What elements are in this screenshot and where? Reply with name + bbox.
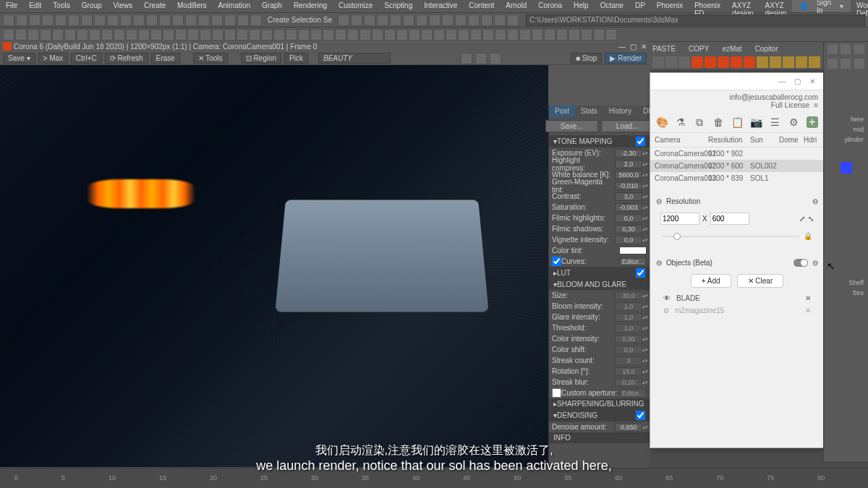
denoise-toggle[interactable]	[636, 411, 645, 420]
tool-icon[interactable]	[757, 56, 768, 68]
tool-icon[interactable]	[198, 14, 210, 26]
tool-icon[interactable]	[3, 29, 14, 40]
col-camera[interactable]: Camera	[655, 136, 708, 144]
tool-icon[interactable]	[593, 29, 605, 40]
tool-icon[interactable]	[94, 14, 106, 26]
camera-icon[interactable]: 📷	[750, 116, 762, 128]
menu-edit[interactable]: Edit	[23, 0, 47, 12]
spinner-icon[interactable]: ▴▾	[642, 215, 647, 221]
tool-icon[interactable]	[347, 29, 359, 40]
tool-icon[interactable]	[495, 29, 506, 40]
close-icon[interactable]: ✕	[641, 43, 647, 51]
tool-icon[interactable]	[338, 14, 349, 26]
refresh-button[interactable]: ⟳ Refresh	[105, 53, 148, 64]
tool-icon[interactable]	[310, 29, 322, 40]
gm-input[interactable]: -0,010	[615, 181, 642, 190]
tool-icon[interactable]	[138, 29, 150, 40]
rot-input[interactable]: 15,0	[615, 367, 642, 376]
sat-input[interactable]: -0,003	[615, 203, 642, 212]
tool-icon[interactable]	[519, 29, 531, 40]
spinner-icon[interactable]: ▴▾	[642, 183, 647, 189]
highlight-input[interactable]: 2,0	[615, 160, 642, 168]
filmsh-input[interactable]: 0,30	[615, 225, 642, 234]
toggle-switch[interactable]	[793, 259, 808, 267]
glareint-input[interactable]: 1,0	[615, 313, 642, 322]
add-icon[interactable]: +	[807, 116, 818, 128]
spinner-icon[interactable]: ▴▾	[642, 380, 647, 385]
tomax-button[interactable]: > Max	[38, 53, 69, 64]
tool-icon[interactable]	[237, 29, 248, 40]
zoom-out-icon[interactable]	[490, 53, 501, 64]
height-input[interactable]	[710, 213, 749, 225]
tool-icon[interactable]	[372, 29, 383, 40]
spinner-icon[interactable]: ▴▾	[642, 293, 647, 299]
tool-icon[interactable]	[652, 56, 664, 68]
trash-icon[interactable]: 🗑	[712, 116, 724, 128]
panel-icon[interactable]	[854, 59, 864, 69]
col-dome[interactable]: Dome	[779, 136, 804, 144]
tool-icon[interactable]	[101, 29, 113, 40]
tool-icon[interactable]	[396, 29, 408, 40]
tool-icon[interactable]	[126, 29, 137, 40]
camera-row[interactable]: CoronaCamera0031200 * 839SOL1	[650, 172, 824, 184]
tool-icon[interactable]	[446, 29, 457, 40]
menu-create[interactable]: Create	[138, 0, 171, 12]
menu-axyz2[interactable]: AXYZ design	[760, 0, 792, 12]
tool-icon[interactable]	[359, 29, 371, 40]
section-lut[interactable]: ▸ LUT	[549, 267, 650, 279]
tool-icon[interactable]	[212, 29, 224, 40]
spinner-icon[interactable]: ▴▾	[642, 358, 647, 364]
tool-icon[interactable]	[175, 29, 187, 40]
save-dropdown[interactable]: Save ▾	[3, 53, 35, 64]
menu-help[interactable]: Help	[568, 0, 595, 12]
tool-icon[interactable]	[298, 29, 310, 40]
spinner-icon[interactable]: ▴▾	[642, 314, 647, 320]
menu-file[interactable]: File	[0, 0, 23, 12]
tool-icon[interactable]	[81, 14, 93, 26]
object-row[interactable]: 👁BLADE✕	[656, 292, 818, 304]
workspaces-dropdown[interactable]: Workspaces: Default	[851, 0, 868, 12]
tool-icon[interactable]	[286, 29, 297, 40]
maximize-icon[interactable]: ▢	[794, 77, 801, 85]
col-hdri[interactable]: Hdri	[804, 136, 820, 144]
menu-animation[interactable]: Animation	[213, 0, 256, 12]
tool-icon[interactable]	[27, 29, 39, 40]
tool-icon[interactable]	[494, 14, 506, 26]
tool-icon[interactable]	[364, 14, 375, 26]
tab-post[interactable]: Post	[549, 106, 575, 117]
tonemap-toggle[interactable]	[636, 137, 645, 146]
tool-icon[interactable]	[15, 29, 27, 40]
menu-octane[interactable]: Octane	[595, 0, 629, 12]
zoom-fit-icon[interactable]	[461, 53, 472, 64]
tool-icon[interactable]	[172, 14, 184, 26]
tool-icon[interactable]	[133, 14, 145, 26]
menu-phoenixfd[interactable]: Phoenix FD	[689, 0, 726, 12]
tool-icon[interactable]	[273, 29, 285, 40]
settings-icon[interactable]: ⚙	[788, 116, 799, 128]
contrast-input[interactable]: 3,0	[615, 192, 642, 201]
tool-icon[interactable]	[120, 14, 132, 26]
tool-icon[interactable]	[55, 14, 67, 26]
tool-icon[interactable]	[150, 29, 162, 40]
tool-icon[interactable]	[159, 14, 171, 26]
menu-scripting[interactable]: Scripting	[378, 0, 418, 12]
tools-button[interactable]: ✕ Tools	[193, 53, 228, 64]
spinner-icon[interactable]: ▴▾	[642, 424, 647, 430]
spinner-icon[interactable]: ▴▾	[642, 237, 647, 243]
tool-icon[interactable]	[261, 29, 273, 40]
colorint-input[interactable]: 0,30	[615, 335, 642, 343]
tool-icon[interactable]	[455, 14, 467, 26]
copy-icon[interactable]: ⧉	[694, 116, 705, 128]
pick-button[interactable]: Pick	[284, 53, 308, 64]
section-tonemapping[interactable]: ▾ TONE MAPPING	[549, 135, 650, 147]
tool-icon[interactable]	[678, 56, 690, 68]
menu-rendering[interactable]: Rendering	[288, 0, 333, 12]
tool-icon[interactable]	[224, 29, 236, 40]
teapot-icon[interactable]: ⚗	[675, 116, 686, 128]
minimize-icon[interactable]: —	[618, 43, 626, 51]
spinner-icon[interactable]: ▴▾	[642, 161, 647, 167]
menu-group[interactable]: Group	[76, 0, 108, 12]
camera-row[interactable]: CoronaCamera0011200 * 902	[650, 147, 824, 160]
tool-icon[interactable]	[250, 14, 262, 26]
tool-icon[interactable]	[416, 14, 427, 26]
